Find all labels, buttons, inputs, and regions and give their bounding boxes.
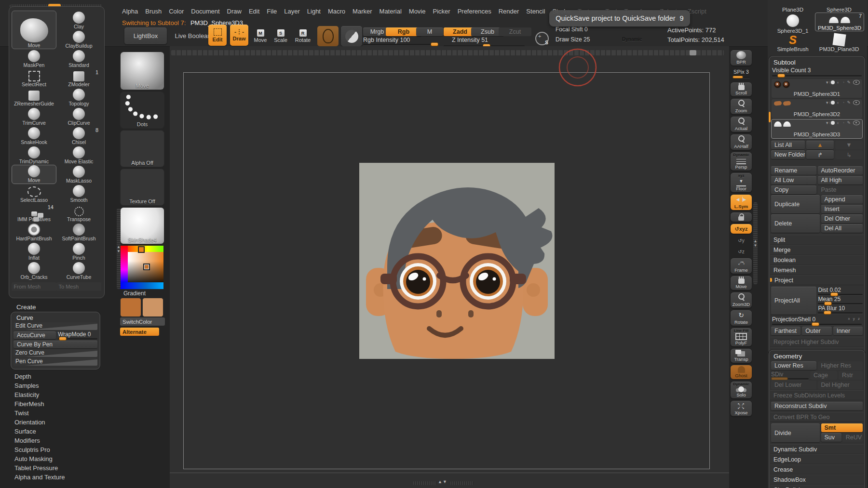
edit-button[interactable]: Edit — [208, 25, 227, 46]
list-all-button[interactable]: List All — [771, 141, 805, 149]
paste-button[interactable]: Paste — [818, 185, 863, 194]
dynamic-label[interactable]: Dynamic — [622, 37, 642, 42]
pen-curve-slider[interactable]: Pen Curve — [14, 358, 97, 366]
hue-cursor[interactable] — [138, 246, 145, 253]
new-folder-button[interactable]: New Folder — [771, 150, 805, 159]
brush-standard[interactable]: Standard — [56, 49, 101, 68]
brush-from-mesh[interactable]: From Mesh — [12, 280, 56, 293]
visibility-eye-icon[interactable] — [853, 100, 860, 105]
menu-item-layer[interactable]: Layer — [284, 8, 300, 15]
zcut-button[interactable]: Zcut — [499, 27, 531, 36]
polypaint-icon[interactable] — [831, 80, 835, 84]
farthest-button[interactable]: Farthest — [771, 327, 800, 335]
copy-button[interactable]: Copy — [771, 185, 816, 194]
shadowbox-section[interactable]: ShadowBox — [770, 475, 864, 485]
flip-icon[interactable]: ▾ — [826, 80, 828, 85]
palette-section-alpha-and-texture[interactable]: Alpha and Texture — [14, 474, 65, 480]
flip-icon[interactable]: ▾ — [826, 120, 828, 125]
menu-item-light[interactable]: Light — [307, 8, 321, 15]
claypolish-section[interactable]: ClayPolish — [770, 485, 864, 488]
menu-item-color[interactable]: Color — [169, 8, 184, 15]
rail-zoom3d-button[interactable]: Zoom3D — [731, 292, 752, 308]
sculpt-brush-icon[interactable]: ✎ — [847, 80, 851, 85]
lightbox-button[interactable]: LightBox — [124, 27, 167, 44]
brush-inflat[interactable]: Inflat — [12, 242, 56, 261]
quarter-icon[interactable]: ◔ — [842, 120, 844, 125]
lower-res-button[interactable]: Lower Res — [771, 361, 816, 370]
subtool-row-icons[interactable]: ▾◐◔✎ — [826, 100, 860, 105]
rail-rot-y-button[interactable]: ↺y — [731, 236, 752, 245]
rail-transp-button[interactable]: Transp — [731, 349, 752, 363]
rail-actual-button[interactable]: Actual — [731, 117, 752, 132]
palette-section-twist[interactable]: Twist — [14, 409, 65, 416]
menu-item-preferences[interactable]: Preferences — [458, 8, 491, 15]
material-tile[interactable]: SkinShade4 — [120, 207, 164, 244]
half-icon[interactable]: ◐ — [837, 100, 840, 105]
scale-gizmo-button[interactable]: S Scale — [271, 26, 290, 46]
curve-section-title[interactable]: Curve — [16, 314, 97, 321]
material-selected-button[interactable] — [317, 26, 339, 46]
curve-by-pen-button[interactable]: Curve By Pen — [14, 341, 97, 348]
brush-snakehook[interactable]: SnakeHook — [12, 126, 56, 145]
higher-res-button[interactable]: Higher Res — [818, 361, 863, 370]
reconstruct-subdiv-button[interactable]: Reconstruct Subdiv — [771, 402, 863, 410]
canvas-ruler[interactable] — [171, 50, 724, 55]
folder-arrow2-button[interactable]: ↳ — [835, 150, 863, 159]
gradient-label[interactable]: Gradient — [123, 290, 146, 297]
brush-pinch[interactable]: Pinch — [56, 242, 101, 261]
alt-color-swatch[interactable] — [142, 298, 163, 317]
menu-item-stencil[interactable]: Stencil — [526, 8, 545, 15]
wrapmode-slider[interactable] — [58, 338, 97, 340]
rail-lock-camera-button[interactable] — [731, 212, 752, 222]
subtool-row-icons[interactable]: ▾◐◔✎ — [826, 80, 860, 85]
project-section[interactable]: Project — [770, 275, 864, 285]
menu-item-render[interactable]: Render — [499, 8, 519, 15]
rail-lsym-button[interactable]: L.Sym — [731, 195, 752, 210]
quarter-icon[interactable]: ◔ — [842, 100, 844, 105]
menu-item-movie[interactable]: Movie — [409, 8, 426, 15]
half-icon[interactable]: ◐ — [837, 120, 840, 125]
inner-button[interactable]: Inner — [833, 327, 863, 335]
menu-item-brush[interactable]: Brush — [145, 8, 162, 15]
reuv-button[interactable]: ReUV — [842, 433, 863, 442]
polypaint-icon[interactable] — [831, 101, 835, 105]
tool-item-sphere3d[interactable]: Sphere3D — [816, 7, 862, 13]
menu-item-marker[interactable]: Marker — [353, 8, 372, 15]
rail-zoom-button[interactable]: Zoom — [731, 99, 752, 114]
merge-section[interactable]: Merge — [770, 245, 864, 255]
pa-blur-slider[interactable] — [818, 312, 863, 314]
projection-shell-slider[interactable] — [772, 324, 862, 325]
cage-button[interactable]: Cage — [810, 371, 837, 380]
rail-scroll-button[interactable]: Scroll — [731, 82, 752, 96]
del-higher-button[interactable]: Del Higher — [818, 381, 863, 389]
freeze-subdivision-bar[interactable]: Freeze SubDivision Levels — [770, 390, 864, 400]
alpha-tile[interactable]: Alpha Off — [120, 130, 164, 167]
active-brush-tile[interactable]: Move — [120, 52, 164, 90]
del-lower-button[interactable]: Del Lower — [771, 381, 816, 389]
menu-item-material[interactable]: Material — [380, 8, 402, 15]
boolean-section[interactable]: Boolean — [770, 255, 864, 265]
half-icon[interactable]: ◐ — [837, 80, 840, 85]
rail-aahalf-button[interactable]: AAHalf — [731, 134, 752, 150]
palette-section-orientation[interactable]: Orientation — [14, 419, 65, 425]
rail-solo-button[interactable]: DynamicSolo — [731, 382, 752, 398]
brush-selectlasso[interactable]: SelectLasso — [12, 184, 56, 203]
sdiv-slider[interactable] — [771, 378, 809, 380]
subtool-title[interactable]: Subtool — [770, 57, 864, 67]
rail-rotate-button[interactable]: Rotate — [731, 310, 752, 326]
outer-button[interactable]: Outer — [802, 327, 831, 335]
sv-cursor[interactable] — [143, 264, 150, 270]
delete-button[interactable]: Delete — [771, 214, 820, 233]
palette-section-samples[interactable]: Samples — [14, 382, 65, 389]
rail-polyf-button[interactable]: Line FillPolyF — [731, 328, 752, 346]
split-section[interactable]: Split — [770, 235, 864, 245]
brush-masklasso[interactable]: MaskLasso — [56, 165, 101, 184]
dist-slider[interactable] — [818, 294, 863, 295]
brush-move[interactable]: Move — [12, 11, 56, 49]
move-down-button[interactable]: ▼ — [835, 141, 863, 149]
tray-toggle-arrows[interactable]: ▲▼ — [438, 479, 448, 484]
tool-item-plane3d[interactable]: Plane3D — [772, 7, 814, 13]
create-section-title[interactable]: Create — [16, 303, 36, 311]
shell-axes-icons[interactable]: x y z — [848, 317, 861, 321]
palette-section-depth[interactable]: Depth — [14, 373, 65, 380]
